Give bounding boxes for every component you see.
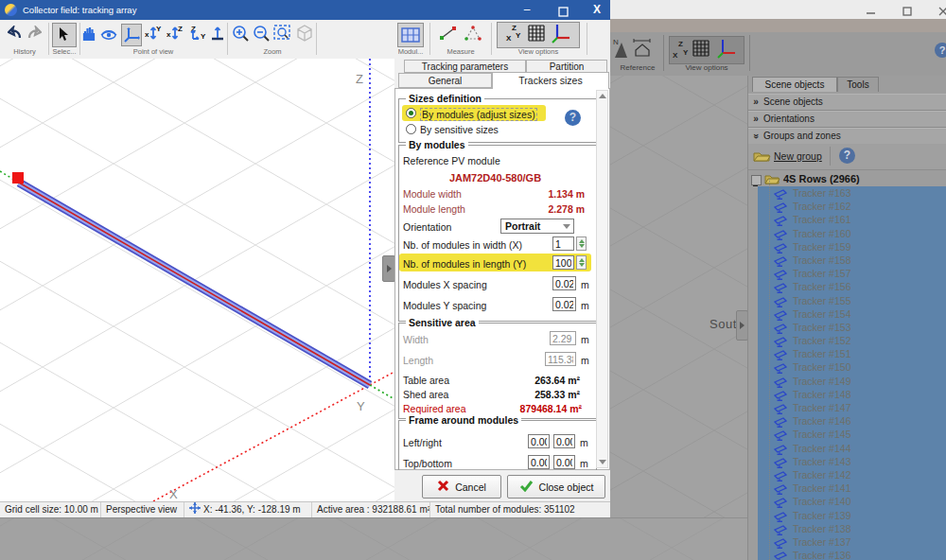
bg-help-icon[interactable]: ? — [935, 43, 946, 58]
close-button[interactable]: X — [581, 0, 613, 20]
redo-icon[interactable] — [26, 26, 42, 44]
tracker-row[interactable]: Tracker #157 — [758, 267, 946, 280]
nb-width-spinner[interactable] — [576, 236, 587, 251]
tracker-row[interactable]: Tracker #146 — [758, 414, 946, 428]
side-view-icon[interactable]: ZY — [188, 25, 207, 45]
tracker-row[interactable]: Tracker #153 — [758, 321, 946, 334]
tracker-row[interactable]: Tracker #136 — [758, 549, 946, 560]
tracker-row[interactable]: Tracker #142 — [758, 468, 946, 481]
nb-length-input[interactable] — [552, 255, 574, 270]
select-cursor-icon[interactable] — [52, 23, 77, 47]
tracker-row[interactable]: Tracker #144 — [758, 442, 946, 455]
frame-left-input[interactable] — [528, 434, 550, 448]
tracker-row[interactable]: Tracker #163 — [758, 186, 946, 200]
undo-icon[interactable] — [8, 26, 24, 44]
tab-tracking-parameters[interactable]: Tracking parameters — [404, 60, 526, 73]
axes-text-icon[interactable]: ZXY — [505, 23, 522, 47]
zoom-extents-icon[interactable] — [296, 25, 313, 45]
scene-3d-viewport[interactable]: Z Y X — [0, 59, 394, 501]
tab-general[interactable]: General — [398, 73, 492, 88]
frame-right-input[interactable] — [553, 434, 575, 448]
tracker-row[interactable]: Tracker #149 — [758, 375, 946, 388]
front-view-icon[interactable]: xZ — [166, 25, 185, 45]
selection-handle-square[interactable] — [12, 172, 24, 184]
nb-length-spinner[interactable] — [576, 255, 587, 270]
top-view-icon[interactable]: xY — [145, 25, 164, 45]
tracker-row[interactable]: Tracker #151 — [758, 347, 946, 360]
tracker-row[interactable]: Tracker #154 — [758, 307, 946, 321]
tracker-row[interactable]: Tracker #141 — [758, 481, 946, 495]
zoom-in-icon[interactable] — [232, 25, 249, 45]
orientation-select[interactable]: Portrait — [500, 219, 574, 234]
bg-minimize-icon[interactable] — [866, 4, 877, 15]
separator — [587, 23, 587, 55]
tracker-row[interactable]: Tracker #160 — [758, 227, 946, 240]
bg-axes-text-icon[interactable]: ZXY — [671, 38, 690, 64]
minimize-button[interactable]: – — [511, 0, 543, 20]
new-group-button[interactable]: New group — [774, 150, 822, 162]
radio-by-sensitive-label[interactable]: By sensitive sizes — [420, 124, 499, 135]
bg-close-icon[interactable] — [937, 4, 946, 15]
tracker-row[interactable]: Tracker #137 — [758, 535, 946, 549]
bg-maximize-icon[interactable] — [902, 4, 913, 15]
section-scene-objects[interactable]: »Scene objects — [748, 94, 946, 111]
tracker-row[interactable]: Tracker #138 — [758, 522, 946, 535]
tracker-row[interactable]: Tracker #156 — [758, 280, 946, 293]
tab-trackers-sizes[interactable]: Trackers sizes — [492, 72, 609, 89]
tracker-row[interactable]: Tracker #155 — [758, 294, 946, 307]
collapse-expander-icon[interactable] — [751, 175, 762, 185]
measure-angle-icon[interactable] — [464, 26, 482, 44]
radio-by-modules[interactable] — [406, 108, 416, 118]
panel-scrollbar[interactable] — [596, 90, 608, 468]
tab-scene-objects[interactable]: Scene objects — [752, 77, 837, 92]
axes-view-icon[interactable] — [121, 24, 142, 46]
y-spacing-input[interactable] — [552, 297, 576, 311]
frame-top-input[interactable] — [528, 455, 550, 469]
tracker-row[interactable]: Tracker #140 — [758, 495, 946, 508]
bg-axes-color-icon[interactable] — [716, 38, 737, 62]
orbit-eye-icon[interactable] — [99, 26, 118, 44]
scroll-up-icon[interactable] — [599, 94, 606, 98]
tracker-row[interactable]: Tracker #147 — [758, 401, 946, 414]
tracker-row[interactable]: Tracker #150 — [758, 360, 946, 374]
close-object-button[interactable]: Close object — [507, 475, 605, 499]
tracker-row[interactable]: Tracker #148 — [758, 388, 946, 401]
tracker-row[interactable]: Tracker #145 — [758, 428, 946, 441]
tracker-row[interactable]: Tracker #143 — [758, 455, 946, 468]
grid-toggle-icon[interactable] — [527, 24, 546, 46]
unit-m: m — [580, 458, 588, 469]
tracker-row[interactable]: Tracker #159 — [758, 240, 946, 254]
elevation-view-icon[interactable] — [210, 25, 225, 45]
north-reference-icon[interactable]: N — [612, 37, 629, 63]
bg-grid-toggle-icon[interactable] — [692, 39, 710, 61]
cancel-button[interactable]: Cancel — [422, 475, 501, 499]
modules-grid-icon[interactable] — [397, 23, 424, 47]
panel-collapse-handle[interactable] — [382, 255, 395, 282]
tracker-row[interactable]: Tracker #152 — [758, 334, 946, 347]
pan-hand-icon[interactable] — [81, 25, 96, 44]
nb-width-input[interactable] — [552, 236, 574, 251]
x-spacing-input[interactable] — [552, 276, 576, 290]
tab-partition[interactable]: Partition — [526, 60, 607, 73]
tracker-row[interactable]: Tracker #158 — [758, 254, 946, 267]
module-name: JAM72D40-580/GB — [395, 172, 595, 184]
tracker-row[interactable]: Tracker #162 — [758, 200, 946, 213]
tracker-row[interactable]: Tracker #139 — [758, 509, 946, 522]
zoom-window-icon[interactable] — [273, 25, 292, 45]
zoom-out-icon[interactable] — [253, 25, 270, 45]
radio-by-modules-label[interactable]: By modules (adjust sizes) — [420, 108, 537, 121]
ground-grid — [0, 59, 394, 501]
house-measure-icon[interactable] — [632, 39, 653, 61]
help-icon[interactable]: ? — [565, 110, 581, 126]
tab-tools[interactable]: Tools — [837, 77, 879, 92]
section-orientations[interactable]: »Orientations — [748, 111, 946, 128]
radio-by-sensitive[interactable] — [406, 124, 416, 134]
measure-distance-icon[interactable] — [439, 26, 458, 44]
axes-color-icon[interactable] — [551, 23, 571, 47]
sidebar-help-icon[interactable]: ? — [839, 148, 855, 164]
section-groups-zones[interactable]: »Groups and zones — [748, 128, 946, 145]
group-folder-row[interactable]: 4S Rows (2966) — [748, 172, 946, 186]
scroll-down-icon[interactable] — [599, 460, 606, 464]
frame-bottom-input[interactable] — [553, 455, 575, 469]
tracker-row[interactable]: Tracker #161 — [758, 213, 946, 226]
